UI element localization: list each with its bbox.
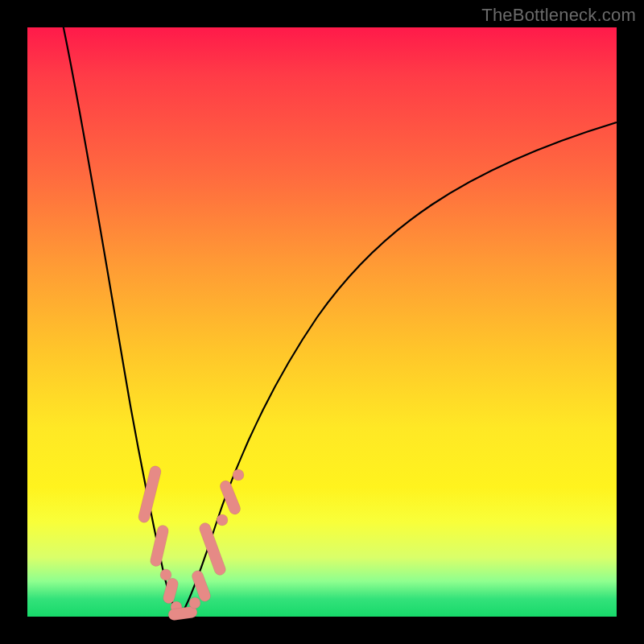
plot-area xyxy=(27,27,617,617)
highlight-dot xyxy=(217,514,228,526)
curve-right-branch xyxy=(180,122,617,616)
highlight-segment xyxy=(137,464,162,523)
chart-frame: TheBottleneck.com xyxy=(0,0,644,644)
highlight-segment xyxy=(198,522,227,577)
highlight-dot xyxy=(233,469,244,481)
highlight-segment xyxy=(149,524,169,568)
highlight-dot xyxy=(160,569,171,580)
chart-svg xyxy=(27,27,617,617)
highlight-segment xyxy=(218,479,242,516)
highlight-segment xyxy=(162,577,180,605)
watermark-text: TheBottleneck.com xyxy=(481,5,636,26)
highlight-dot xyxy=(189,597,200,609)
